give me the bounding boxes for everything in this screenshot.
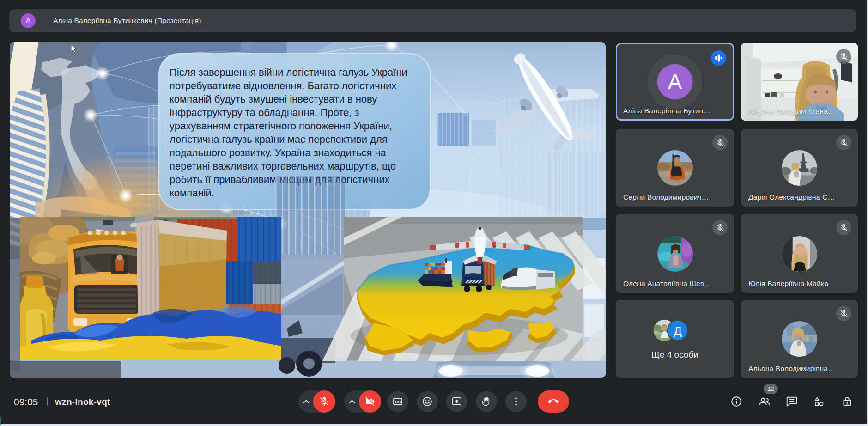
svg-text:потребуватиме відновлення. Баг: потребуватиме відновлення. Багато логіст… xyxy=(170,80,396,91)
svg-text:інфраструктуру та обладнання.: інфраструктуру та обладнання. Проте, з xyxy=(170,107,359,118)
svg-text:компаній будуть змушені інвест: компаній будуть змушені інвестувати в но… xyxy=(170,93,377,105)
svg-text:подальшого розвитку. Україна з: подальшого розвитку. Україна знаходиться… xyxy=(170,147,387,158)
svg-text:CC: CC xyxy=(395,400,401,404)
svg-text:A: A xyxy=(668,70,682,94)
svg-text:перетині важливих торговельних: перетині важливих торговельних маршрутів… xyxy=(170,160,396,172)
svg-text:урахуванням стратегічного поло: урахуванням стратегічного положення Укра… xyxy=(170,120,392,132)
svg-text:Після завершення війни логісти: Після завершення війни логістична галузь… xyxy=(170,67,407,78)
svg-text:логістична галузь країни має п: логістична галузь країни має перспективи… xyxy=(170,134,388,145)
svg-text:компаній.: компаній. xyxy=(170,187,214,199)
